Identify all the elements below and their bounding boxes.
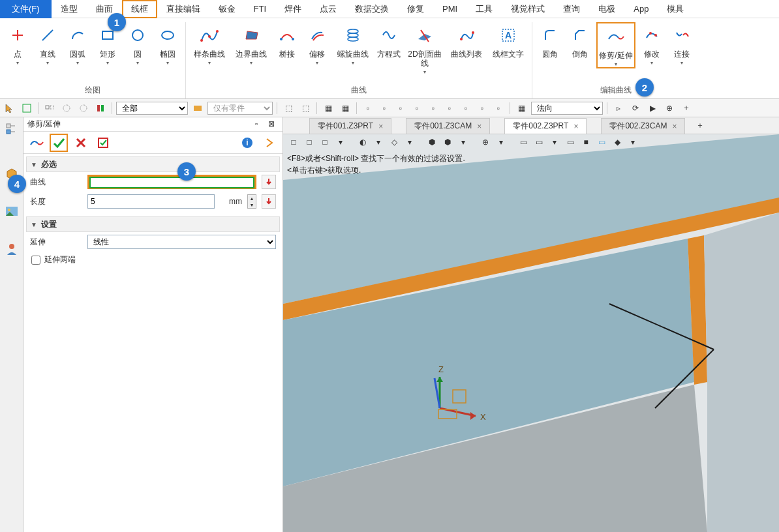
close-icon[interactable]: × [672, 122, 677, 131]
select-extend[interactable]: 线性 [87, 235, 276, 249]
menu-item[interactable]: 工具 [466, 0, 502, 18]
toolbar-icon[interactable]: ⬚ [298, 101, 313, 115]
menu-item[interactable]: 数据交换 [346, 0, 398, 18]
vp-tool-icon[interactable]: ◇ [388, 136, 401, 149]
dir-select[interactable]: 法向 [531, 102, 603, 115]
toolbar-icon[interactable]: ▦ [321, 101, 335, 115]
toolbar-icon[interactable]: ▫ [393, 101, 408, 115]
rbtn-trim-extend[interactable]: 修剪/延伸▾ [596, 22, 635, 68]
section-settings[interactable]: ▼设置 [26, 216, 280, 232]
viewport[interactable]: □ □ □ ▾ ◐ ▾ ◇ ▾ ⬢ ⬢ ▾ ⊕ ▾ ▭ ▭ ▾ ▭ [283, 134, 779, 532]
rbtn-modify[interactable]: 修改▾ [638, 22, 665, 68]
cursor-icon[interactable] [3, 101, 17, 115]
rbtn-ellipse[interactable]: 椭圆▾ [154, 22, 181, 66]
rbtn-text[interactable]: A 线框文字 [489, 22, 528, 75]
vp-tool-icon[interactable]: ■ [579, 136, 592, 149]
vp-tool-icon[interactable]: ▾ [457, 136, 470, 149]
rbtn-offset[interactable]: 偏移▾ [303, 22, 331, 75]
vp-tool-icon[interactable]: □ [318, 136, 331, 149]
vp-tool-icon[interactable]: ▾ [334, 136, 347, 149]
menu-item[interactable]: 查询 [554, 0, 589, 18]
apply-button[interactable] [94, 134, 112, 152]
filter-icon[interactable] [59, 101, 74, 115]
tab[interactable]: 零件001.Z3PRT× [309, 118, 391, 134]
pick-button[interactable] [262, 194, 276, 209]
toolbar-icon[interactable]: ⟳ [628, 101, 643, 115]
filter-select-2[interactable]: 仅有零件 [207, 102, 273, 115]
rbtn-line[interactable]: 直线▾ [34, 22, 61, 66]
tab[interactable]: 零件002.Z3CAM× [601, 118, 685, 134]
toolbar-icon[interactable]: ▦ [338, 101, 352, 115]
toolbar-icon[interactable]: ▫ [475, 101, 489, 115]
vp-tool-icon[interactable]: ▾ [403, 136, 416, 149]
pick-button[interactable] [262, 175, 276, 189]
rbtn-bridge[interactable]: 桥接 [273, 22, 301, 75]
menu-item[interactable]: PMI [433, 0, 466, 18]
menu-item[interactable]: 视觉样式 [502, 0, 554, 18]
vp-tool-icon[interactable]: ▭ [517, 136, 530, 149]
new-tab-button[interactable]: ＋ [693, 119, 707, 133]
rbtn-helix[interactable]: 螺旋曲线▾ [333, 22, 373, 75]
close-icon[interactable]: × [477, 122, 481, 131]
close-icon[interactable]: × [573, 122, 578, 131]
rail-image-icon[interactable] [3, 202, 21, 220]
vp-tool-icon[interactable]: ◆ [611, 136, 624, 149]
menu-item[interactable]: App [624, 0, 658, 18]
input-length[interactable] [87, 194, 215, 209]
toolbar-icon[interactable]: ▫ [459, 101, 473, 115]
toolbar-icon[interactable]: ▫ [442, 101, 457, 115]
ok-button[interactable] [50, 134, 68, 152]
vp-tool-icon[interactable]: ▾ [495, 136, 508, 149]
expand-button[interactable] [260, 134, 279, 152]
checkbox-input[interactable] [31, 256, 40, 265]
rbtn-equation[interactable]: 方程式 [375, 22, 403, 75]
toolbar-icon[interactable]: ▫ [410, 101, 424, 115]
rail-user-icon[interactable] [3, 240, 21, 258]
input-curve[interactable] [89, 177, 254, 188]
select-mode-icon[interactable] [20, 101, 34, 115]
filter-select[interactable]: 全部 [116, 102, 188, 115]
vp-tool-icon[interactable]: ◐ [356, 136, 369, 149]
toolbar-icon[interactable]: ▫ [377, 101, 391, 115]
menu-item[interactable]: 修复 [398, 0, 433, 18]
rbtn-section[interactable]: 2D剖面曲线▾ [405, 22, 444, 75]
rbtn-curvelist[interactable]: 曲线列表 [447, 22, 486, 75]
vp-tool-icon[interactable]: ⬢ [425, 136, 438, 149]
info-button[interactable]: i [238, 134, 256, 152]
panel-close-icon[interactable]: ⊠ [268, 119, 279, 130]
filter-icon[interactable] [76, 101, 91, 115]
toolbar-icon[interactable]: ▫ [491, 101, 506, 115]
menu-item[interactable]: 造型 [52, 0, 87, 18]
vp-tool-icon[interactable]: ▾ [372, 136, 385, 149]
filter-icon[interactable] [42, 101, 57, 115]
cmd-icon[interactable] [27, 134, 46, 152]
panel-restore-icon[interactable]: ▫ [255, 119, 266, 130]
menu-item[interactable]: 点云 [311, 0, 346, 18]
toolbar-icon[interactable] [191, 101, 205, 115]
menu-item[interactable]: 钣金 [209, 0, 245, 18]
menu-file[interactable]: 文件(F) [0, 0, 52, 18]
menu-item[interactable]: 直接编辑 [157, 0, 209, 18]
rbtn-chamfer[interactable]: 倒角 [566, 22, 594, 68]
vp-tool-icon[interactable]: □ [287, 136, 300, 149]
toolbar-icon[interactable]: ▶ [645, 101, 660, 115]
tab[interactable]: 零件001.Z3CAM× [406, 118, 490, 134]
rbtn-spline[interactable]: 样条曲线▾ [190, 22, 229, 75]
toolbar-icon[interactable]: ▫ [426, 101, 440, 115]
rbtn-point[interactable]: 点▾ [4, 22, 31, 66]
vp-tool-icon[interactable]: □ [303, 136, 316, 149]
vp-tool-icon[interactable]: ⊕ [479, 136, 492, 149]
toolbar-icon[interactable]: ⬚ [281, 101, 296, 115]
filter-icon[interactable] [93, 101, 108, 115]
close-icon[interactable]: × [378, 122, 383, 131]
rbtn-circle[interactable]: 圆▾ [124, 22, 151, 66]
tab-active[interactable]: 零件002.Z3PRT× [504, 118, 587, 134]
menu-item-wireframe[interactable]: 线框 [122, 0, 157, 18]
menu-item[interactable]: 模具 [658, 0, 693, 18]
menu-item[interactable]: 电极 [589, 0, 624, 18]
vp-tool-icon[interactable]: ▾ [548, 136, 561, 149]
toolbar-icon[interactable]: ▹ [611, 101, 626, 115]
vp-tool-icon[interactable]: ▭ [564, 136, 577, 149]
vp-tool-icon[interactable]: ⬢ [441, 136, 454, 149]
rbtn-connect[interactable]: 连接▾ [668, 22, 695, 68]
